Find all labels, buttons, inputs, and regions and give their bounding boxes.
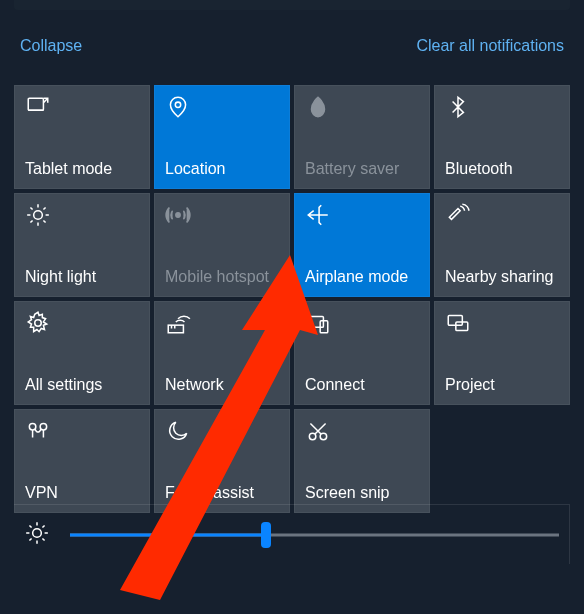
tile-network[interactable]: Network: [154, 301, 290, 405]
tile-connect[interactable]: Connect: [294, 301, 430, 405]
focus-assist-icon: [165, 418, 191, 444]
action-center-header: Collapse Clear all notifications: [0, 25, 584, 67]
svg-point-4: [176, 213, 180, 217]
svg-rect-0: [28, 98, 43, 110]
tile-label: Battery saver: [305, 160, 419, 178]
svg-point-2: [175, 102, 180, 107]
project-icon: [445, 310, 471, 336]
brightness-row: [14, 504, 570, 564]
tile-label: Network: [165, 376, 279, 394]
tile-label: Mobile hotspot: [165, 268, 279, 286]
tile-label: VPN: [25, 484, 139, 502]
slider-thumb[interactable]: [261, 522, 271, 548]
tablet-icon: [25, 94, 51, 120]
tile-focus-assist[interactable]: Focus assist: [154, 409, 290, 513]
svg-rect-7: [308, 317, 323, 328]
tile-tablet-mode[interactable]: Tablet mode: [14, 85, 150, 189]
tile-label: Location: [165, 160, 279, 178]
vpn-icon: [25, 418, 51, 444]
tile-label: Airplane mode: [305, 268, 419, 286]
tile-project[interactable]: Project: [434, 301, 570, 405]
svg-point-15: [33, 528, 42, 537]
panel-top-edge: [14, 0, 570, 10]
tile-all-settings[interactable]: All settings: [14, 301, 150, 405]
brightness-slider[interactable]: [70, 523, 559, 547]
tile-bluetooth[interactable]: Bluetooth: [434, 85, 570, 189]
slider-fill: [70, 533, 266, 536]
svg-point-3: [34, 211, 43, 220]
tile-night-light[interactable]: Night light: [14, 193, 150, 297]
tile-label: Tablet mode: [25, 160, 139, 178]
collapse-link[interactable]: Collapse: [20, 37, 82, 55]
connect-icon: [305, 310, 331, 336]
bluetooth-icon: [445, 94, 471, 120]
nearby-sharing-icon: [445, 202, 471, 228]
battery-saver-icon: [305, 94, 331, 120]
brightness-icon: [24, 520, 50, 550]
night-light-icon: [25, 202, 51, 228]
network-icon: [165, 310, 191, 336]
quick-actions-grid: Tablet mode Location Battery saver Bluet…: [14, 85, 570, 513]
tile-label: Screen snip: [305, 484, 419, 502]
airplane-icon: [305, 202, 331, 228]
svg-rect-6: [168, 325, 183, 333]
clear-all-link[interactable]: Clear all notifications: [416, 37, 564, 55]
svg-point-5: [35, 320, 42, 327]
tile-label: Focus assist: [165, 484, 279, 502]
tile-label: Night light: [25, 268, 139, 286]
tile-location[interactable]: Location: [154, 85, 290, 189]
tile-label: Nearby sharing: [445, 268, 559, 286]
settings-icon: [25, 310, 51, 336]
hotspot-icon: [165, 202, 191, 228]
tile-label: Bluetooth: [445, 160, 559, 178]
tile-label: Project: [445, 376, 559, 394]
tile-screen-snip[interactable]: Screen snip: [294, 409, 430, 513]
tile-label: All settings: [25, 376, 139, 394]
tile-vpn[interactable]: VPN: [14, 409, 150, 513]
tile-mobile-hotspot[interactable]: Mobile hotspot: [154, 193, 290, 297]
screen-snip-icon: [305, 418, 331, 444]
location-icon: [165, 94, 191, 120]
tile-battery-saver[interactable]: Battery saver: [294, 85, 430, 189]
tile-airplane-mode[interactable]: Airplane mode: [294, 193, 430, 297]
tile-nearby-sharing[interactable]: Nearby sharing: [434, 193, 570, 297]
tile-label: Connect: [305, 376, 419, 394]
